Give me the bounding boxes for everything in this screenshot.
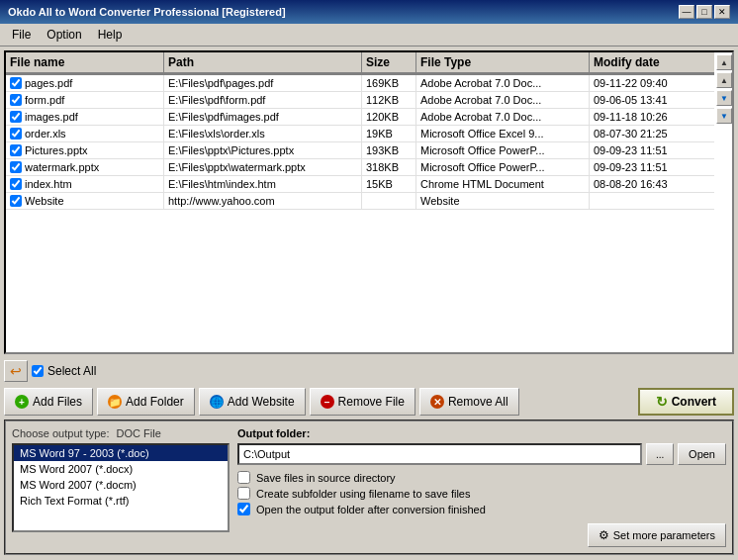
- add-website-icon: 🌐: [210, 395, 224, 409]
- remove-all-button[interactable]: ✕ Remove All: [419, 388, 519, 416]
- table-row: Pictures.pptx E:\Files\pptx\Pictures.ppt…: [6, 142, 714, 159]
- modifydate-cell: [590, 193, 714, 209]
- path-cell: E:\Files\pdf\form.pdf: [164, 92, 362, 108]
- size-cell: [362, 193, 416, 209]
- filename-cell: order.xls: [6, 126, 164, 141]
- path-cell: E:\Files\xls\order.xls: [164, 126, 362, 141]
- row-checkbox-0[interactable]: [10, 77, 22, 89]
- option-checkbox-0[interactable]: [237, 471, 250, 484]
- table-body: pages.pdf E:\Files\pdf\pages.pdf 169KB A…: [6, 75, 714, 351]
- filename-text: Pictures.pptx: [25, 144, 88, 156]
- filetype-cell: Microsoft Office PowerP...: [416, 159, 590, 175]
- add-website-button[interactable]: 🌐 Add Website: [199, 388, 306, 416]
- col-path[interactable]: Path: [164, 52, 362, 74]
- add-files-button[interactable]: + Add Files: [4, 388, 93, 416]
- add-files-label: Add Files: [33, 395, 82, 409]
- add-files-icon: +: [15, 395, 29, 409]
- checkbox-row-2: Open the output folder after conversion …: [237, 503, 726, 515]
- row-checkbox-3[interactable]: [10, 128, 22, 140]
- menu-bar: File Option Help: [0, 24, 738, 47]
- modifydate-cell: 09-11-18 10:26: [590, 109, 714, 125]
- filename-cell: Pictures.pptx: [6, 142, 164, 158]
- filename-text: watermark.pptx: [25, 161, 99, 173]
- col-filename[interactable]: File name: [6, 52, 164, 74]
- table-header: File name Path Size File Type Modify dat…: [6, 52, 714, 75]
- filename-text: index.htm: [25, 178, 72, 190]
- output-folder-panel: Output folder: ... Open Save files in so…: [237, 427, 726, 547]
- size-cell: 193KB: [362, 142, 416, 158]
- menu-option[interactable]: Option: [39, 26, 89, 44]
- col-size[interactable]: Size: [362, 52, 416, 74]
- scroll-bottom-button[interactable]: ▼: [716, 108, 732, 124]
- table-row: index.htm E:\Files\htm\index.htm 15KB Ch…: [6, 176, 714, 193]
- path-cell: E:\Files\pptx\Pictures.pptx: [164, 142, 362, 158]
- col-modifydate[interactable]: Modify date: [590, 52, 714, 74]
- row-checkbox-4[interactable]: [10, 144, 22, 156]
- filename-cell: images.pdf: [6, 109, 164, 125]
- option-checkbox-2[interactable]: [237, 503, 250, 515]
- output-option-0[interactable]: MS Word 97 - 2003 (*.doc): [14, 445, 228, 461]
- checkbox-row-0: Save files in source directory: [237, 471, 726, 484]
- convert-label: Convert: [672, 395, 716, 409]
- path-cell: E:\Files\pdf\images.pdf: [164, 109, 362, 125]
- checkbox-label-2: Open the output folder after conversion …: [256, 504, 486, 515]
- size-cell: 15KB: [362, 176, 416, 192]
- filename-cell: watermark.pptx: [6, 159, 164, 175]
- back-button[interactable]: ↩: [4, 360, 28, 382]
- path-cell: E:\Files\pdf\pages.pdf: [164, 75, 362, 91]
- row-checkbox-5[interactable]: [10, 161, 22, 173]
- filename-cell: index.htm: [6, 176, 164, 192]
- bottom-panel: Choose output type: DOC File MS Word 97 …: [4, 420, 734, 555]
- output-option-3[interactable]: Rich Text Format (*.rtf): [14, 493, 228, 509]
- filename-text: images.pdf: [25, 111, 78, 123]
- scroll-down-button[interactable]: ▼: [716, 90, 732, 106]
- checkbox-label-0: Save files in source directory: [256, 472, 396, 484]
- file-table: File name Path Size File Type Modify dat…: [6, 52, 714, 352]
- output-folder-input[interactable]: [237, 443, 642, 465]
- filename-cell: pages.pdf: [6, 75, 164, 91]
- action-buttons: + Add Files 📁 Add Folder 🌐 Add Website −…: [4, 388, 734, 416]
- option-checkbox-1[interactable]: [237, 487, 250, 500]
- menu-file[interactable]: File: [4, 26, 39, 44]
- remove-file-button[interactable]: − Remove File: [310, 388, 415, 416]
- convert-button[interactable]: ↻ Convert: [638, 388, 734, 416]
- output-option-1[interactable]: MS Word 2007 (*.docx): [14, 461, 228, 477]
- scroll-arrows: ▲ ▲ ▼ ▼: [714, 52, 732, 352]
- filename-text: order.xls: [25, 128, 66, 140]
- size-cell: 19KB: [362, 126, 416, 141]
- maximize-button[interactable]: □: [696, 5, 712, 19]
- app-title: Okdo All to Word Converter Professional …: [8, 6, 286, 18]
- modifydate-cell: 09-11-22 09:40: [590, 75, 714, 91]
- add-folder-button[interactable]: 📁 Add Folder: [97, 388, 195, 416]
- size-cell: 169KB: [362, 75, 416, 91]
- row-checkbox-1[interactable]: [10, 94, 22, 106]
- close-button[interactable]: ✕: [714, 5, 730, 19]
- row-checkbox-6[interactable]: [10, 178, 22, 190]
- modifydate-cell: 09-06-05 13:41: [590, 92, 714, 108]
- filename-text: form.pdf: [25, 94, 64, 106]
- remove-all-icon: ✕: [430, 395, 444, 409]
- select-all-checkbox[interactable]: [32, 365, 44, 377]
- menu-help[interactable]: Help: [90, 26, 131, 44]
- file-list-container: File name Path Size File Type Modify dat…: [4, 50, 734, 354]
- browse-folder-button[interactable]: ...: [646, 443, 674, 465]
- row-checkbox-2[interactable]: [10, 111, 22, 123]
- filetype-cell: Adobe Acrobat 7.0 Doc...: [416, 109, 590, 125]
- col-filetype[interactable]: File Type: [416, 52, 590, 74]
- row-checkbox-7[interactable]: [10, 195, 22, 207]
- open-folder-button[interactable]: Open: [678, 443, 726, 465]
- output-type-listbox[interactable]: MS Word 97 - 2003 (*.doc)MS Word 2007 (*…: [12, 443, 230, 532]
- scroll-top-button[interactable]: ▲: [716, 54, 732, 70]
- size-cell: 112KB: [362, 92, 416, 108]
- output-option-2[interactable]: MS Word 2007 (*.docm): [14, 477, 228, 493]
- minimize-button[interactable]: —: [679, 5, 694, 19]
- gear-icon: ⚙: [599, 528, 609, 542]
- set-params-button[interactable]: ⚙ Set more parameters: [588, 523, 726, 547]
- output-type-panel: Choose output type: DOC File MS Word 97 …: [12, 427, 230, 547]
- remove-all-label: Remove All: [448, 395, 508, 409]
- modifydate-cell: 09-09-23 11:51: [590, 142, 714, 158]
- select-all-area: Select All: [32, 364, 96, 378]
- scroll-up-button[interactable]: ▲: [716, 72, 732, 88]
- filename-text: Website: [25, 195, 64, 207]
- add-folder-icon: 📁: [108, 395, 122, 409]
